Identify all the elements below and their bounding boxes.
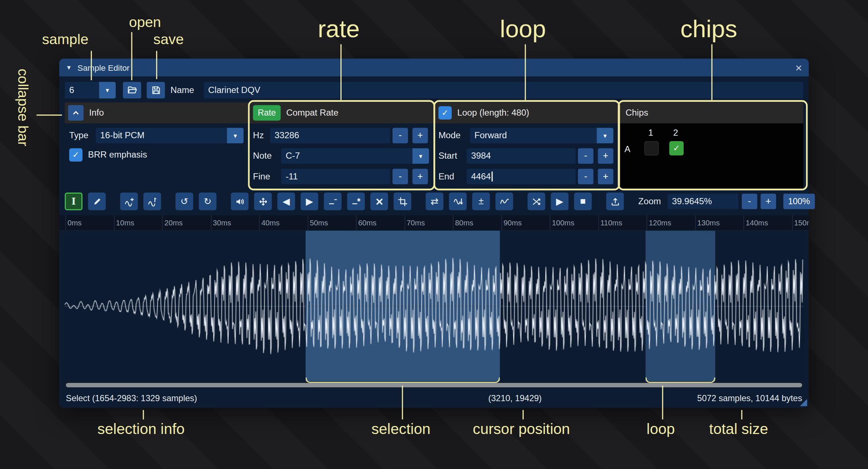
apply-silence-button[interactable] bbox=[347, 193, 365, 210]
window-collapse-icon[interactable]: ▼ bbox=[66, 64, 72, 71]
loop-enable-checkbox[interactable]: ✓ bbox=[439, 106, 452, 119]
loop-start-minus-button[interactable]: - bbox=[578, 148, 593, 164]
mode-label: Mode bbox=[439, 128, 461, 143]
info-collapse-button[interactable] bbox=[68, 105, 84, 120]
ruler-label: 10ms bbox=[116, 218, 134, 227]
chevron-down-icon[interactable]: ▼ bbox=[412, 148, 429, 164]
loop-start-input[interactable]: 3984 bbox=[467, 148, 576, 164]
ruler-tick bbox=[356, 215, 357, 230]
ruler-tick bbox=[308, 215, 308, 230]
loop-end-input[interactable]: 4464 bbox=[467, 169, 576, 184]
loop-start-value: 3984 bbox=[471, 151, 491, 161]
chips-panel-body: 1 2 A ✓ bbox=[620, 123, 803, 189]
ruler-label: 0ms bbox=[67, 218, 82, 227]
fine-input[interactable]: -11 bbox=[281, 169, 390, 184]
crossfade-button[interactable] bbox=[528, 193, 545, 210]
annotation-line bbox=[340, 44, 342, 100]
sign-button[interactable]: ± bbox=[472, 193, 490, 210]
loop-end-plus-button[interactable]: + bbox=[598, 169, 613, 184]
rate-panel-header: Rate Compat Rate bbox=[250, 102, 433, 124]
stop-button[interactable]: ■ bbox=[574, 193, 592, 210]
insert-silence-button[interactable] bbox=[324, 193, 342, 210]
filter-wave-icon bbox=[499, 197, 509, 206]
ruler-tick bbox=[744, 215, 744, 230]
chevron-down-icon[interactable]: ▼ bbox=[99, 82, 116, 99]
redo-button[interactable]: ↻ bbox=[199, 193, 217, 210]
note-select[interactable]: C-7 ▼ bbox=[281, 148, 429, 164]
open-button[interactable] bbox=[123, 82, 141, 99]
chip-2-checkbox[interactable]: ✓ bbox=[669, 141, 683, 155]
zoom-in-button[interactable]: + bbox=[761, 194, 776, 209]
sample-select[interactable]: 6 ▼ bbox=[65, 82, 116, 99]
invert-button[interactable] bbox=[449, 193, 467, 210]
edit-draw-button[interactable] bbox=[88, 193, 106, 210]
amplify-button[interactable] bbox=[231, 193, 249, 210]
trim-button[interactable] bbox=[394, 193, 412, 210]
loop-panel-header: ✓ Loop (length: 480) bbox=[435, 102, 619, 124]
ruler-tick bbox=[162, 215, 163, 230]
annotation-rate: rate bbox=[318, 15, 360, 43]
hz-input[interactable]: 33286 bbox=[270, 128, 390, 143]
chevron-up-icon bbox=[72, 108, 80, 117]
rate-button[interactable]: Rate bbox=[253, 105, 281, 120]
annotation-line bbox=[143, 410, 144, 419]
ruler-tick bbox=[550, 215, 551, 230]
hz-plus-button[interactable]: + bbox=[412, 128, 428, 143]
filter-button[interactable] bbox=[495, 193, 513, 210]
delete-button[interactable] bbox=[370, 193, 388, 210]
waveform-view bbox=[65, 231, 803, 381]
fine-minus-button[interactable]: - bbox=[393, 169, 408, 184]
zoom-out-button[interactable]: - bbox=[742, 194, 757, 209]
window-titlebar[interactable]: ▼ Sample Editor × bbox=[59, 59, 809, 77]
ruler-tick bbox=[695, 215, 696, 230]
name-input[interactable]: Clarinet DQV bbox=[204, 82, 803, 99]
type-select[interactable]: 16-bit PCM ▼ bbox=[96, 128, 243, 143]
zoom-reset-button[interactable]: 100% bbox=[783, 194, 815, 209]
annotation-selection-info: selection info bbox=[97, 420, 185, 438]
sample-toolbar: I↺↻◀▶⇄±▶■ Zoom 39.9645% - + 100% bbox=[65, 193, 803, 210]
cross-arrows-icon bbox=[532, 197, 541, 206]
floppy-save-icon bbox=[151, 85, 161, 95]
save-button[interactable] bbox=[147, 82, 165, 99]
annotation-line bbox=[156, 51, 157, 79]
ruler-tick bbox=[647, 215, 647, 230]
resize-button[interactable] bbox=[120, 193, 138, 210]
ruler-label: 20ms bbox=[165, 218, 183, 227]
speaker-icon bbox=[235, 197, 244, 206]
ruler-tick bbox=[259, 215, 260, 230]
annotation-open: open bbox=[129, 14, 161, 31]
silence-icon bbox=[328, 197, 337, 206]
resize-grip[interactable] bbox=[800, 399, 807, 406]
type-label: Type bbox=[69, 128, 89, 143]
annotation-line bbox=[525, 44, 526, 100]
loop-mode-select[interactable]: Forward ▼ bbox=[470, 128, 613, 143]
fine-plus-button[interactable]: + bbox=[412, 169, 428, 184]
chevron-down-icon[interactable]: ▼ bbox=[227, 128, 244, 143]
fade-in-button[interactable]: ◀ bbox=[277, 193, 295, 210]
scrollbar-thumb[interactable] bbox=[66, 383, 802, 387]
normalize-button[interactable] bbox=[254, 193, 272, 210]
undo-button[interactable]: ↺ bbox=[175, 193, 193, 210]
zoom-input[interactable]: 39.9645% bbox=[668, 194, 738, 209]
loop-mode-value: Forward bbox=[470, 128, 597, 143]
preview-button[interactable]: ▶ bbox=[551, 193, 569, 210]
loop-end-minus-button[interactable]: - bbox=[578, 169, 593, 184]
waveform-canvas[interactable] bbox=[65, 231, 803, 381]
edit-select-button[interactable]: I bbox=[65, 193, 83, 210]
loop-bracket bbox=[645, 377, 715, 383]
ibeam-icon: I bbox=[72, 196, 76, 207]
check-icon: ✓ bbox=[72, 150, 79, 160]
brr-emphasis-checkbox[interactable]: ✓ bbox=[69, 148, 82, 162]
chevron-down-icon[interactable]: ▼ bbox=[597, 128, 614, 143]
close-icon[interactable]: × bbox=[795, 62, 802, 73]
name-input-value: Clarinet DQV bbox=[208, 85, 260, 95]
hz-minus-button[interactable]: - bbox=[393, 128, 408, 143]
chip-1-checkbox[interactable] bbox=[644, 141, 659, 155]
check-icon: ✓ bbox=[441, 108, 448, 118]
upload-button[interactable] bbox=[606, 193, 624, 210]
fade-out-button[interactable]: ▶ bbox=[301, 193, 319, 210]
resample-button[interactable] bbox=[143, 193, 161, 210]
window-title: Sample Editor bbox=[77, 63, 130, 72]
loop-start-plus-button[interactable]: + bbox=[598, 148, 613, 164]
reverse-button[interactable]: ⇄ bbox=[426, 193, 444, 210]
